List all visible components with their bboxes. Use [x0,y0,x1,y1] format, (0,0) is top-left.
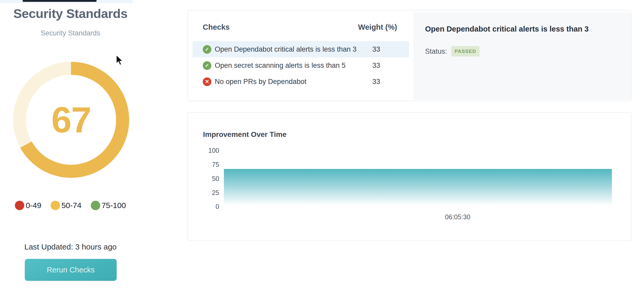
legend-dot-green [91,201,100,210]
check-detail-title: Open Dependabot critical alerts is less … [425,25,589,33]
score-gauge-hole: 67 [26,75,116,165]
check-row-open-prs[interactable]: ✕ No open PRs by Dependabot 33 [193,74,409,90]
y-axis-tick-100: 100 [198,147,219,154]
check-detail-panel: Open Dependabot critical alerts is less … [413,12,631,100]
y-axis-tick-0: 0 [198,203,219,210]
improvement-area [224,169,612,206]
security-standards-dashboard: Security Standards Security Standards 67… [0,0,644,292]
checks-list: ✓ Open Dependabot critical alerts is les… [193,41,409,90]
check-weight: 33 [344,62,409,70]
weight-column-header: Weight (%) [345,23,410,32]
score-gauge: 67 [13,62,129,178]
check-label: Open Dependabot critical alerts is less … [215,45,356,53]
check-row-secret-scanning[interactable]: ✓ Open secret scanning alerts is less th… [193,57,409,74]
legend-label: 0-49 [26,201,41,210]
status-label: Status: [425,47,447,56]
check-passed-icon: ✓ [203,45,211,54]
checks-card: Checks Weight (%) ✓ Open Dependabot crit… [187,10,631,101]
score-value: 67 [51,99,91,141]
legend-dot-amber [51,201,60,210]
chart-title: Improvement Over Time [203,130,287,139]
check-failed-icon: ✕ [203,77,211,86]
page-title: Security Standards [10,6,130,21]
check-label: No open PRs by Dependabot [215,78,306,86]
check-weight: 33 [344,45,409,53]
check-label: Open secret scanning alerts is less than… [215,62,345,70]
check-passed-icon: ✓ [203,61,211,70]
legend-label: 75-100 [102,201,126,210]
y-axis-tick-75: 75 [198,161,219,168]
improvement-chart-card: Improvement Over Time 100 75 50 25 0 06:… [187,112,631,241]
last-updated-text: Last Updated: 3 hours ago [10,242,130,251]
x-axis-tick-time: 06:05:30 [437,213,479,221]
checks-column-header: Checks [203,23,230,32]
rerun-checks-button[interactable]: Rerun Checks [25,259,117,281]
check-weight: 33 [344,78,409,86]
legend-item-high: 75-100 [91,201,126,210]
check-row-dependabot-critical[interactable]: ✓ Open Dependabot critical alerts is les… [193,41,409,57]
y-axis-tick-25: 25 [198,189,219,197]
mouse-cursor [116,55,123,66]
page-subtitle: Security Standards [10,29,130,37]
legend-item-low: 0-49 [15,201,41,210]
status-row: Status: PASSED [425,46,480,57]
y-axis-tick-50: 50 [198,175,219,182]
score-panel: Security Standards Security Standards 67… [10,0,130,292]
legend-item-mid: 50-74 [51,201,81,210]
legend-dot-red [15,201,24,210]
legend-label: 50-74 [61,201,81,210]
status-badge: PASSED [451,46,480,57]
score-legend: 0-49 50-74 75-100 [10,201,130,210]
